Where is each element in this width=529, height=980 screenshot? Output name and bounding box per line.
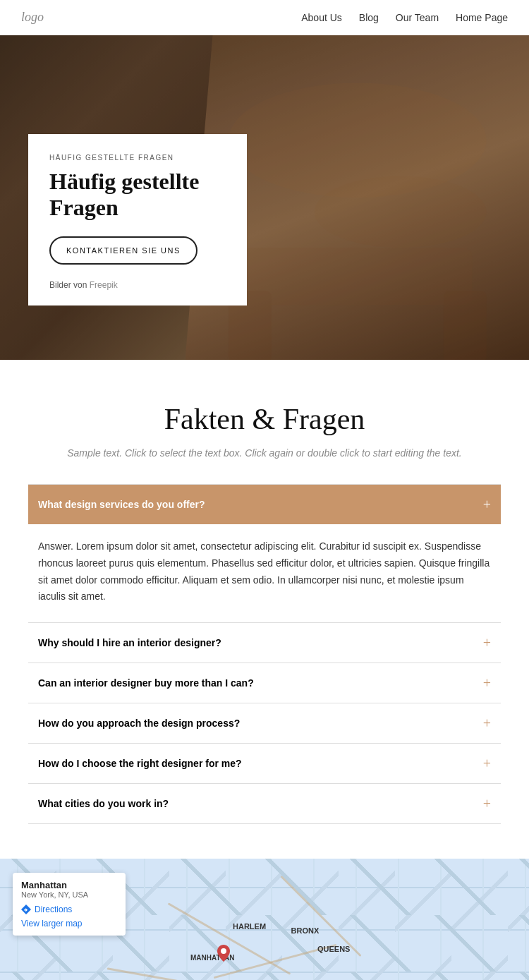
logo: logo xyxy=(21,10,44,25)
map-popup-subtitle: New York, NY, USA xyxy=(21,890,117,899)
nav-link-home[interactable]: Home Page xyxy=(456,12,508,23)
faq-item-2-header[interactable]: Why should I hire an interior designer? … xyxy=(28,623,501,663)
faq-item-1: What design services do you offer? + Ans… xyxy=(28,484,501,623)
map-popup-title: Manhattan xyxy=(21,880,117,890)
map-label-harlem: HARLEM xyxy=(233,922,266,931)
hero-credit: Bilder von Freepik xyxy=(49,280,226,290)
directions-label: Directions xyxy=(35,905,72,914)
faq-item-6-toggle: + xyxy=(483,797,491,811)
hero-card: Häufig gestellte Fragen Häufig gestellte… xyxy=(28,134,247,306)
nav-link-team[interactable]: Our Team xyxy=(396,12,439,23)
svg-point-5 xyxy=(221,948,226,954)
faq-item-5-header[interactable]: How do I choose the right designer for m… xyxy=(28,744,501,783)
map-directions-button[interactable]: Directions xyxy=(21,905,117,914)
faq-item-1-toggle: + xyxy=(483,497,491,512)
faq-item-1-answer: Answer. Lorem ipsum dolor sit amet, cons… xyxy=(28,524,501,622)
faq-item-5-label: How do I choose the right designer for m… xyxy=(38,758,242,769)
faq-item-4: How do you approach the design process? … xyxy=(28,703,501,744)
faq-item-1-label: What design services do you offer? xyxy=(38,499,205,510)
hero-title: Häufig gestellte Fragen xyxy=(49,169,226,221)
faq-item-5: How do I choose the right designer for m… xyxy=(28,743,501,784)
faq-item-5-toggle: + xyxy=(483,756,491,770)
faq-item-3-header[interactable]: Can an interior designer buy more than I… xyxy=(28,663,501,703)
map-popup: Manhattan New York, NY, USA Directions V… xyxy=(13,873,126,936)
faq-item-4-label: How do you approach the design process? xyxy=(38,718,240,729)
faq-item-4-header[interactable]: How do you approach the design process? … xyxy=(28,703,501,743)
hero-section: Häufig gestellte Fragen Häufig gestellte… xyxy=(0,35,529,360)
nav-link-blog[interactable]: Blog xyxy=(359,12,379,23)
credit-prefix: Bilder von xyxy=(49,280,90,290)
faq-section: Fakten & Fragen Sample text. Click to se… xyxy=(0,360,529,837)
faq-item-2-label: Why should I hire an interior designer? xyxy=(38,637,221,648)
svg-rect-2 xyxy=(243,248,472,305)
faq-item-6: What cities do you work in? + xyxy=(28,783,501,824)
navigation: logo About Us Blog Our Team Home Page xyxy=(0,0,529,35)
directions-icon xyxy=(21,905,31,914)
faq-list: What design services do you offer? + Ans… xyxy=(28,484,501,824)
faq-subtitle: Sample text. Click to select the text bo… xyxy=(28,447,501,459)
faq-item-6-label: What cities do you work in? xyxy=(38,798,169,809)
faq-item-2-toggle: + xyxy=(483,636,491,650)
map-label-bronx: BRONX xyxy=(291,926,320,935)
svg-rect-4 xyxy=(443,291,486,360)
view-larger-map-link[interactable]: View larger map xyxy=(21,919,117,928)
nav-links: About Us Blog Our Team Home Page xyxy=(301,11,508,24)
map-pin xyxy=(217,945,230,964)
faq-item-4-toggle: + xyxy=(483,716,491,730)
faq-item-2: Why should I hire an interior designer? … xyxy=(28,622,501,663)
faq-item-1-header[interactable]: What design services do you offer? + xyxy=(28,485,501,524)
faq-item-6-header[interactable]: What cities do you work in? + xyxy=(28,784,501,823)
map-background: BRONX HARLEM MANHATTAN QUEENS BROOKLYN N… xyxy=(0,859,529,980)
nav-link-about[interactable]: About Us xyxy=(301,12,342,23)
faq-title: Fakten & Fragen xyxy=(28,402,501,436)
svg-point-0 xyxy=(228,83,486,198)
faq-item-3-label: Can an interior designer buy more than I… xyxy=(38,677,254,689)
faq-item-3-toggle: + xyxy=(483,676,491,690)
svg-point-1 xyxy=(314,176,486,248)
map-label-queens: QUEENS xyxy=(317,945,350,953)
map-road-3 xyxy=(107,968,281,980)
hero-tag: Häufig gestellte Fragen xyxy=(49,154,226,162)
contact-button[interactable]: Kontaktieren Sie uns xyxy=(49,236,197,265)
credit-link[interactable]: Freepik xyxy=(90,280,118,290)
map-section: BRONX HARLEM MANHATTAN QUEENS BROOKLYN N… xyxy=(0,859,529,980)
faq-item-3: Can an interior designer buy more than I… xyxy=(28,663,501,703)
